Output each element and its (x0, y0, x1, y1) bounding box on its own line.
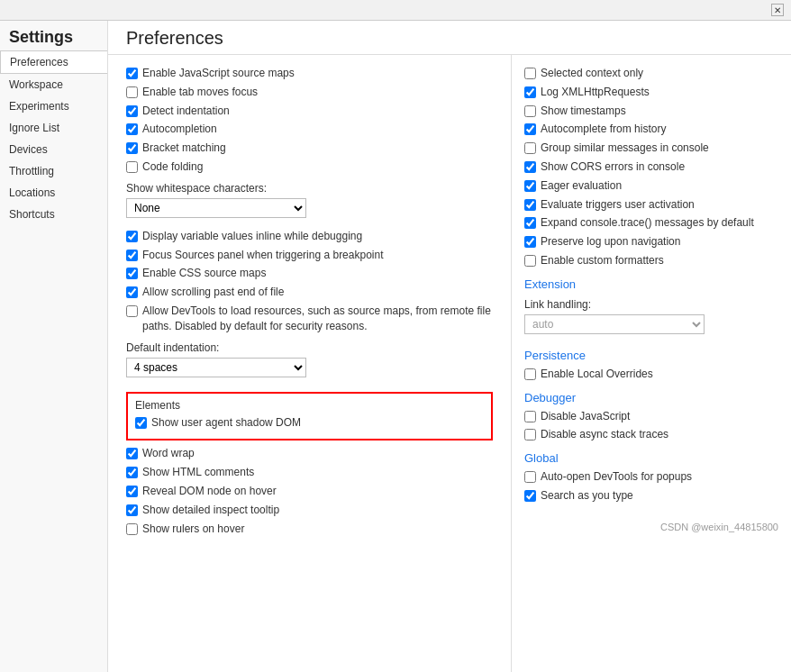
option-focus-sources-panel: Focus Sources panel when triggering a br… (126, 248, 493, 263)
checkbox-enable-custom-formatters[interactable] (524, 255, 536, 267)
option-code-folding: Code folding (126, 159, 493, 175)
checkbox-search-as-you-type[interactable] (524, 490, 536, 502)
label-show-user-agent-shadow-dom: Show user agent shadow DOM (151, 415, 301, 431)
option-group-similar-messages: Group similar messages in console (524, 141, 778, 156)
label-word-wrap: Word wrap (142, 446, 195, 461)
label-show-timestamps: Show timestamps (541, 104, 626, 119)
checkbox-autocomplete-from-history[interactable] (524, 123, 536, 135)
label-auto-open-devtools: Auto-open DevTools for popups (541, 469, 692, 485)
checkbox-enable-js-src-maps[interactable] (126, 68, 138, 79)
right-panel: Selected context only Log XMLHttpRequest… (512, 55, 791, 672)
option-disable-javascript: Disable JavaScript (524, 409, 778, 424)
label-disable-javascript: Disable JavaScript (541, 409, 630, 424)
checkbox-display-variable-values[interactable] (126, 231, 138, 242)
label-expand-console-trace: Expand console.trace() messages by defau… (541, 215, 754, 231)
label-evaluate-triggers: Evaluate triggers user activation (541, 197, 695, 213)
label-autocomplete-from-history: Autocomplete from history (541, 122, 666, 137)
label-display-variable-values: Display variable values inline while deb… (142, 229, 362, 244)
link-handling-select-wrapper: auto Open in VS Code (524, 314, 778, 340)
sidebar-item-ignore-list[interactable]: Ignore List (0, 117, 107, 139)
link-handling-select[interactable]: auto Open in VS Code (524, 314, 705, 334)
option-selected-context-only: Selected context only (524, 66, 778, 81)
label-autocompletion: Autocompletion (142, 122, 217, 137)
option-show-timestamps: Show timestamps (524, 104, 778, 119)
devtools-note-text: Allow DevTools to load resources, such a… (142, 304, 493, 334)
label-focus-sources-panel: Focus Sources panel when triggering a br… (142, 248, 384, 263)
sidebar-item-locations[interactable]: Locations (0, 182, 107, 204)
checkbox-expand-console-trace[interactable] (524, 217, 536, 229)
label-disable-async-stack-traces: Disable async stack traces (541, 427, 668, 442)
checkbox-detect-indentation[interactable] (126, 105, 138, 117)
option-autocompletion: Autocompletion (126, 122, 493, 137)
checkbox-disable-async-stack-traces[interactable] (524, 429, 536, 440)
content-area: Preferences Enable JavaScript source map… (108, 21, 791, 672)
label-enable-tab-moves-focus: Enable tab moves focus (142, 85, 258, 100)
label-show-rulers-on-hover: Show rulers on hover (142, 522, 244, 537)
checkbox-devtools-remote-paths[interactable] (126, 305, 138, 317)
label-search-as-you-type: Search as you type (541, 488, 633, 504)
option-show-detailed-inspect: Show detailed inspect tooltip (126, 503, 493, 518)
sidebar-item-throttling[interactable]: Throttling (0, 160, 107, 182)
left-panel: Enable JavaScript source maps Enable tab… (108, 55, 512, 672)
option-reveal-dom-node: Reveal DOM node on hover (126, 484, 493, 499)
checkbox-bracket-matching[interactable] (126, 142, 138, 154)
label-eager-evaluation: Eager evaluation (541, 178, 622, 194)
checkbox-show-user-agent-shadow-dom[interactable] (135, 417, 147, 429)
close-button[interactable]: ✕ (771, 4, 784, 16)
label-allow-scrolling-past: Allow scrolling past end of file (142, 285, 284, 300)
show-whitespace-select[interactable]: None Trailing All (126, 198, 306, 218)
checkbox-allow-scrolling-past[interactable] (126, 286, 138, 298)
checkbox-preserve-log[interactable] (524, 236, 536, 248)
checkbox-show-timestamps[interactable] (524, 105, 536, 117)
checkbox-enable-local-overrides[interactable] (524, 368, 536, 380)
sidebar-title: Settings (0, 21, 107, 50)
checkbox-enable-tab-moves-focus[interactable] (126, 86, 138, 98)
elements-section: Elements Show user agent shadow DOM (126, 392, 493, 441)
sidebar-item-experiments[interactable]: Experiments (0, 95, 107, 117)
option-preserve-log: Preserve log upon navigation (524, 234, 778, 250)
label-enable-css-source-maps: Enable CSS source maps (142, 266, 266, 281)
checkbox-group-similar-messages[interactable] (524, 142, 536, 154)
label-enable-js-src-maps: Enable JavaScript source maps (142, 66, 295, 81)
link-handling-label: Link handling: (524, 298, 778, 311)
checkbox-show-cors-errors[interactable] (524, 161, 536, 173)
checkbox-code-folding[interactable] (126, 161, 138, 173)
persistence-heading: Persistence (524, 349, 778, 362)
sidebar-item-shortcuts[interactable]: Shortcuts (0, 204, 107, 225)
checkbox-disable-javascript[interactable] (524, 411, 536, 422)
checkbox-focus-sources-panel[interactable] (126, 250, 138, 261)
top-bar: ✕ (0, 0, 791, 21)
checkbox-autocompletion[interactable] (126, 123, 138, 135)
option-evaluate-triggers: Evaluate triggers user activation (524, 197, 778, 213)
option-show-rulers-on-hover: Show rulers on hover (126, 522, 493, 537)
checkbox-enable-css-source-maps[interactable] (126, 268, 138, 279)
global-heading: Global (524, 451, 778, 465)
option-autocomplete-from-history: Autocomplete from history (524, 122, 778, 137)
option-eager-evaluation: Eager evaluation (524, 178, 778, 194)
option-auto-open-devtools: Auto-open DevTools for popups (524, 469, 778, 485)
label-code-folding: Code folding (142, 159, 203, 175)
sidebar-item-preferences[interactable]: Preferences (0, 50, 107, 74)
checkbox-evaluate-triggers[interactable] (524, 199, 536, 211)
option-display-variable-values: Display variable values inline while deb… (126, 229, 493, 244)
label-log-xmlhttprequests: Log XMLHttpRequests (541, 85, 650, 100)
indentation-select[interactable]: 1 space 2 spaces 4 spaces 8 spaces (126, 358, 306, 377)
sidebar-item-devices[interactable]: Devices (0, 139, 107, 160)
option-enable-local-overrides: Enable Local Overrides (524, 367, 778, 382)
checkbox-show-html-comments[interactable] (126, 467, 138, 478)
checkbox-show-detailed-inspect[interactable] (126, 504, 138, 516)
checkbox-word-wrap[interactable] (126, 448, 138, 459)
label-detect-indentation: Detect indentation (142, 104, 230, 119)
content-body: Enable JavaScript source maps Enable tab… (108, 55, 791, 672)
option-show-cors-errors: Show CORS errors in console (524, 159, 778, 175)
checkbox-show-rulers-on-hover[interactable] (126, 523, 138, 535)
checkbox-auto-open-devtools[interactable] (524, 471, 536, 483)
elements-section-title: Elements (135, 399, 484, 412)
checkbox-selected-context-only[interactable] (524, 68, 536, 79)
checkbox-log-xmlhttprequests[interactable] (524, 86, 536, 98)
option-expand-console-trace: Expand console.trace() messages by defau… (524, 215, 778, 231)
checkbox-reveal-dom-node[interactable] (126, 486, 138, 497)
default-indentation-label: Default indentation: (126, 341, 493, 354)
checkbox-eager-evaluation[interactable] (524, 180, 536, 192)
sidebar-item-workspace[interactable]: Workspace (0, 74, 107, 95)
